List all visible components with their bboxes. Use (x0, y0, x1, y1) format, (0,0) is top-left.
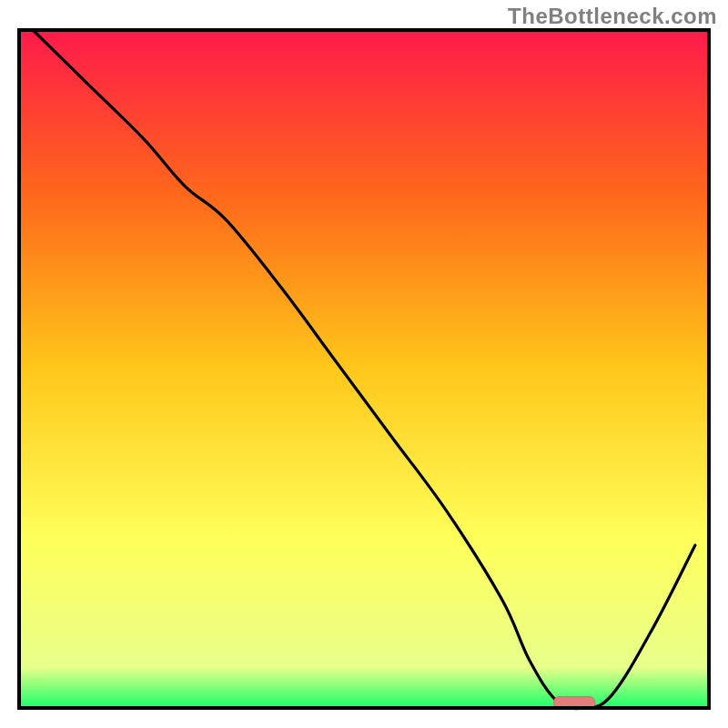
plot-background (19, 30, 709, 708)
chart-canvas: TheBottleneck.com (0, 0, 728, 728)
watermark-label: TheBottleneck.com (508, 4, 717, 29)
bottleneck-plot (0, 0, 728, 728)
